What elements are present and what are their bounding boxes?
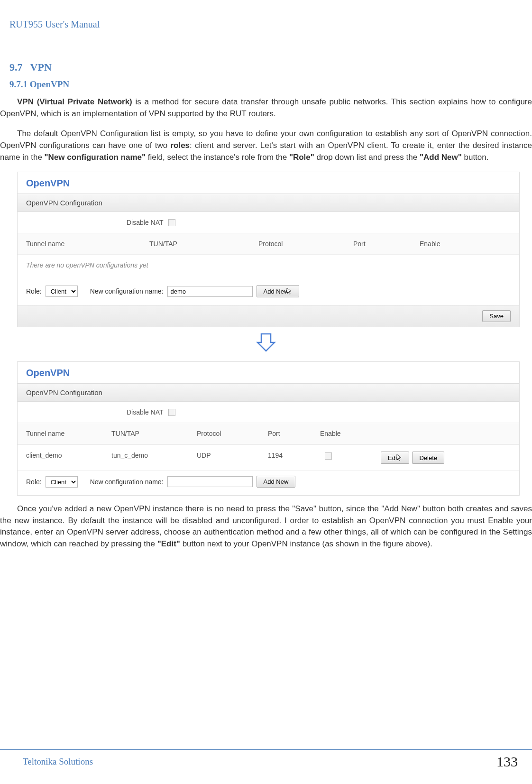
add-new-label: Add New xyxy=(264,288,289,295)
panel-title-2: OpenVPN xyxy=(18,362,519,383)
screenshot-before: OpenVPN OpenVPN Configuration Disable NA… xyxy=(17,172,520,327)
subsection-title: OpenVPN xyxy=(30,79,69,89)
add-config-row-2: Role: Client New configuration name: Add… xyxy=(18,470,519,495)
p3b: "Edit" xyxy=(157,539,180,548)
disable-nat-checkbox[interactable] xyxy=(168,219,175,226)
cursor-icon xyxy=(286,287,292,295)
newcfg-input-2[interactable] xyxy=(167,476,253,487)
delete-button[interactable]: Delete xyxy=(412,452,444,464)
role-select[interactable]: Client xyxy=(46,286,78,297)
add-new-button[interactable]: Add New xyxy=(257,285,300,297)
role-label-2: Role: xyxy=(26,478,42,486)
newcfg-label-2: New configuration name: xyxy=(90,478,164,486)
p2h: "Add New" xyxy=(420,153,462,162)
term-vpn: VPN (Virtual Private Network) xyxy=(17,97,132,106)
p2b: roles xyxy=(170,141,190,150)
role-select-2[interactable]: Client xyxy=(46,476,78,488)
doc-header: RUT955 User's Manual xyxy=(0,19,532,33)
cell-tunnel: client_demo xyxy=(26,452,111,464)
p2d: "New configuration name" xyxy=(45,153,146,162)
paragraph-2: The default OpenVPN Configuration list i… xyxy=(0,128,532,172)
cell-protocol: UDP xyxy=(197,452,268,464)
table-row: client_demo tun_c_demo UDP 1194 Edit Del… xyxy=(18,444,519,470)
disable-nat-label-2: Disable NAT xyxy=(127,408,164,416)
disable-nat-row: Disable NAT xyxy=(18,212,519,233)
p2f: "Role" xyxy=(289,153,314,162)
col-protocol: Protocol xyxy=(258,240,353,248)
section-number: 9.7 xyxy=(9,61,23,73)
cell-port: 1194 xyxy=(268,452,320,464)
config-header-2: OpenVPN Configuration xyxy=(18,383,519,402)
arrow-down-icon xyxy=(0,332,532,355)
newcfg-label: New configuration name: xyxy=(90,287,164,295)
col-tunnel: Tunnel name xyxy=(26,240,149,248)
col-protocol-2: Protocol xyxy=(197,430,268,437)
screenshot-after: OpenVPN OpenVPN Configuration Disable NA… xyxy=(17,361,520,496)
cell-enable xyxy=(320,452,372,464)
row-actions: Edit Delete xyxy=(381,452,511,464)
disable-nat-label: Disable NAT xyxy=(127,219,164,226)
empty-config-msg: There are no openVPN configurations yet xyxy=(18,255,519,280)
p3c: button next to your OpenVPN instance (as… xyxy=(180,539,432,548)
save-button[interactable]: Save xyxy=(482,310,511,322)
edit-button[interactable]: Edit xyxy=(381,452,409,464)
section-title: VPN xyxy=(30,61,52,73)
paragraph-1: VPN (Virtual Private Network) is a metho… xyxy=(0,96,532,128)
page-footer: Teltonika Solutions 133 xyxy=(0,749,532,770)
subsection-heading: 9.7.1 OpenVPN xyxy=(0,79,532,96)
cell-tuntap: tun_c_demo xyxy=(111,452,197,464)
p2g: drop down list and press the xyxy=(314,153,420,162)
table-header-row-2: Tunnel name TUN/TAP Protocol Port Enable xyxy=(18,423,519,444)
config-header: OpenVPN Configuration xyxy=(18,194,519,212)
col-port-2: Port xyxy=(268,430,320,437)
col-tunnel-2: Tunnel name xyxy=(26,430,111,437)
col-enable: Enable xyxy=(420,240,467,248)
col-enable-2: Enable xyxy=(320,430,372,437)
table-header-row: Tunnel name TUN/TAP Protocol Port Enable xyxy=(18,233,519,255)
footer-brand: Teltonika Solutions xyxy=(23,756,93,767)
cursor-icon-2 xyxy=(396,454,402,461)
disable-nat-checkbox-2[interactable] xyxy=(168,409,175,416)
p2e: field, select the instance's role from t… xyxy=(146,153,289,162)
panel-title: OpenVPN xyxy=(18,172,519,194)
col-tuntap-2: TUN/TAP xyxy=(111,430,197,437)
add-new-button-2[interactable]: Add New xyxy=(257,476,296,488)
save-bar: Save xyxy=(18,305,519,327)
disable-nat-row-2: Disable NAT xyxy=(18,402,519,423)
subsection-number: 9.7.1 xyxy=(9,79,28,89)
p2i: button. xyxy=(462,153,489,162)
page-number: 133 xyxy=(496,754,523,770)
add-config-row: Role: Client New configuration name: Add… xyxy=(18,280,519,305)
newcfg-input[interactable] xyxy=(167,286,253,297)
enable-checkbox[interactable] xyxy=(325,452,332,460)
col-port: Port xyxy=(353,240,420,248)
paragraph-3: Once you've added a new OpenVPN instance… xyxy=(0,503,532,559)
col-tuntap: TUN/TAP xyxy=(149,240,258,248)
role-label: Role: xyxy=(26,287,42,295)
section-heading: 9.7 VPN xyxy=(0,33,532,79)
